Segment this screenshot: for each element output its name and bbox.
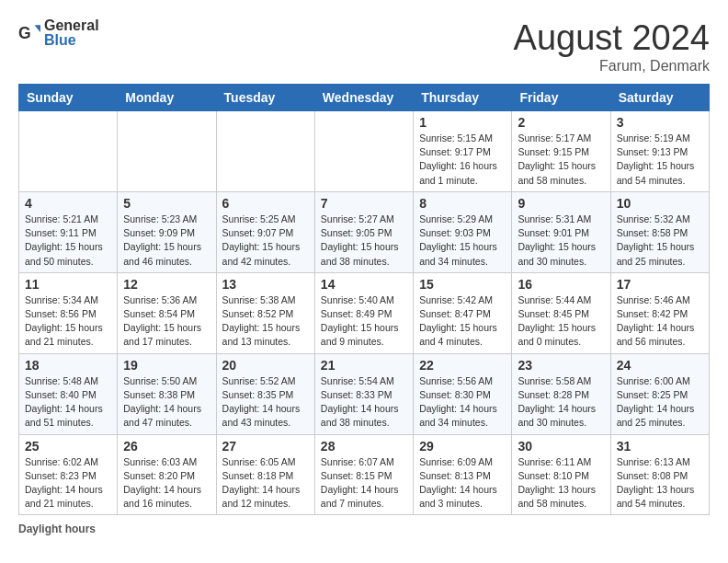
day-number: 29 [419,439,506,454]
day-info: Sunrise: 6:09 AM Sunset: 8:13 PM Dayligh… [419,455,506,511]
logo: G General Blue [18,18,99,48]
page-header: G General Blue August 2024 Farum, Denmar… [18,18,710,75]
column-header-friday: Friday [512,85,610,111]
calendar-cell: 5Sunrise: 5:23 AM Sunset: 9:09 PM Daylig… [118,191,216,272]
calendar-cell: 1Sunrise: 5:15 AM Sunset: 9:17 PM Daylig… [414,111,512,192]
day-info: Sunrise: 5:56 AM Sunset: 8:30 PM Dayligh… [419,374,506,431]
logo-general: General [44,17,99,33]
title-area: August 2024 Farum, Denmark [514,18,710,75]
day-info: Sunrise: 5:34 AM Sunset: 8:56 PM Dayligh… [25,293,111,350]
calendar-cell: 31Sunrise: 6:13 AM Sunset: 8:08 PM Dayli… [610,434,709,515]
day-info: Sunrise: 5:23 AM Sunset: 9:09 PM Dayligh… [123,213,210,269]
day-number: 22 [419,358,506,373]
calendar-cell: 11Sunrise: 5:34 AM Sunset: 8:56 PM Dayli… [19,272,118,353]
day-info: Sunrise: 5:44 AM Sunset: 8:45 PM Dayligh… [518,293,604,350]
day-info: Sunrise: 5:32 AM Sunset: 8:58 PM Dayligh… [617,213,703,269]
day-number: 15 [419,277,506,292]
calendar-cell: 22Sunrise: 5:56 AM Sunset: 8:30 PM Dayli… [414,353,512,434]
calendar-cell [216,111,314,192]
calendar-cell: 16Sunrise: 5:44 AM Sunset: 8:45 PM Dayli… [512,272,610,353]
logo-icon: G [18,22,40,44]
footer-label: Daylight hours [18,523,96,535]
column-header-tuesday: Tuesday [216,85,314,111]
calendar-cell: 14Sunrise: 5:40 AM Sunset: 8:49 PM Dayli… [314,272,413,353]
day-number: 2 [518,115,604,130]
day-number: 3 [617,115,703,130]
calendar-week-1: 1Sunrise: 5:15 AM Sunset: 9:17 PM Daylig… [19,111,710,192]
calendar-cell: 4Sunrise: 5:21 AM Sunset: 9:11 PM Daylig… [19,191,118,272]
calendar-cell: 20Sunrise: 5:52 AM Sunset: 8:35 PM Dayli… [216,353,314,434]
day-number: 7 [321,196,407,211]
calendar-cell: 26Sunrise: 6:03 AM Sunset: 8:20 PM Dayli… [118,434,216,515]
calendar-cell: 10Sunrise: 5:32 AM Sunset: 8:58 PM Dayli… [610,191,709,272]
calendar-cell: 19Sunrise: 5:50 AM Sunset: 8:38 PM Dayli… [118,353,216,434]
day-info: Sunrise: 5:46 AM Sunset: 8:42 PM Dayligh… [617,293,703,350]
day-number: 20 [222,358,309,373]
day-number: 30 [518,439,604,454]
day-info: Sunrise: 5:38 AM Sunset: 8:52 PM Dayligh… [222,293,309,350]
day-info: Sunrise: 6:03 AM Sunset: 8:20 PM Dayligh… [123,455,210,511]
day-number: 13 [222,277,309,292]
day-info: Sunrise: 5:36 AM Sunset: 8:54 PM Dayligh… [123,293,210,350]
svg-text:G: G [18,24,31,42]
day-info: Sunrise: 5:50 AM Sunset: 8:38 PM Dayligh… [123,374,210,431]
day-info: Sunrise: 6:00 AM Sunset: 8:25 PM Dayligh… [617,374,703,431]
calendar-cell: 29Sunrise: 6:09 AM Sunset: 8:13 PM Dayli… [414,434,512,515]
day-number: 28 [321,439,407,454]
day-info: Sunrise: 5:31 AM Sunset: 9:01 PM Dayligh… [518,213,604,269]
day-info: Sunrise: 5:25 AM Sunset: 9:07 PM Dayligh… [222,213,309,269]
day-number: 14 [321,277,407,292]
footer: Daylight hours [18,523,710,535]
calendar-cell [19,111,118,192]
day-info: Sunrise: 5:58 AM Sunset: 8:28 PM Dayligh… [518,374,604,431]
day-number: 27 [222,439,309,454]
day-info: Sunrise: 5:42 AM Sunset: 8:47 PM Dayligh… [419,293,506,350]
column-header-saturday: Saturday [610,85,709,111]
calendar-cell: 23Sunrise: 5:58 AM Sunset: 8:28 PM Dayli… [512,353,610,434]
day-info: Sunrise: 5:19 AM Sunset: 9:13 PM Dayligh… [617,132,703,188]
calendar-cell: 15Sunrise: 5:42 AM Sunset: 8:47 PM Dayli… [414,272,512,353]
calendar-cell: 27Sunrise: 6:05 AM Sunset: 8:18 PM Dayli… [216,434,314,515]
day-number: 6 [222,196,309,211]
calendar-cell: 8Sunrise: 5:29 AM Sunset: 9:03 PM Daylig… [414,191,512,272]
calendar-cell: 3Sunrise: 5:19 AM Sunset: 9:13 PM Daylig… [610,111,709,192]
day-info: Sunrise: 5:17 AM Sunset: 9:15 PM Dayligh… [518,132,604,188]
day-info: Sunrise: 5:52 AM Sunset: 8:35 PM Dayligh… [222,374,309,431]
calendar-cell: 2Sunrise: 5:17 AM Sunset: 9:15 PM Daylig… [512,111,610,192]
calendar-header-row: SundayMondayTuesdayWednesdayThursdayFrid… [19,85,710,111]
day-number: 25 [25,439,111,454]
calendar-cell [314,111,413,192]
calendar-cell: 18Sunrise: 5:48 AM Sunset: 8:40 PM Dayli… [19,353,118,434]
calendar-cell: 28Sunrise: 6:07 AM Sunset: 8:15 PM Dayli… [314,434,413,515]
day-number: 21 [321,358,407,373]
day-info: Sunrise: 6:11 AM Sunset: 8:10 PM Dayligh… [518,455,604,511]
calendar-table: SundayMondayTuesdayWednesdayThursdayFrid… [18,84,710,515]
day-info: Sunrise: 5:54 AM Sunset: 8:33 PM Dayligh… [321,374,407,431]
calendar-cell: 12Sunrise: 5:36 AM Sunset: 8:54 PM Dayli… [118,272,216,353]
day-number: 11 [25,277,111,292]
calendar-week-3: 11Sunrise: 5:34 AM Sunset: 8:56 PM Dayli… [19,272,710,353]
day-info: Sunrise: 6:07 AM Sunset: 8:15 PM Dayligh… [321,455,407,511]
column-header-wednesday: Wednesday [314,85,413,111]
day-info: Sunrise: 5:40 AM Sunset: 8:49 PM Dayligh… [321,293,407,350]
day-number: 10 [617,196,703,211]
column-header-monday: Monday [118,85,216,111]
column-header-thursday: Thursday [414,85,512,111]
day-number: 12 [123,277,210,292]
calendar-cell: 6Sunrise: 5:25 AM Sunset: 9:07 PM Daylig… [216,191,314,272]
day-info: Sunrise: 6:02 AM Sunset: 8:23 PM Dayligh… [25,455,111,511]
day-number: 4 [25,196,111,211]
day-info: Sunrise: 5:21 AM Sunset: 9:11 PM Dayligh… [25,213,111,269]
day-number: 5 [123,196,210,211]
calendar-cell [118,111,216,192]
calendar-week-5: 25Sunrise: 6:02 AM Sunset: 8:23 PM Dayli… [19,434,710,515]
day-number: 26 [123,439,210,454]
day-number: 16 [518,277,604,292]
day-number: 31 [617,439,703,454]
day-info: Sunrise: 5:29 AM Sunset: 9:03 PM Dayligh… [419,213,506,269]
day-number: 24 [617,358,703,373]
day-number: 9 [518,196,604,211]
day-number: 18 [25,358,111,373]
column-header-sunday: Sunday [19,85,118,111]
calendar-cell: 9Sunrise: 5:31 AM Sunset: 9:01 PM Daylig… [512,191,610,272]
